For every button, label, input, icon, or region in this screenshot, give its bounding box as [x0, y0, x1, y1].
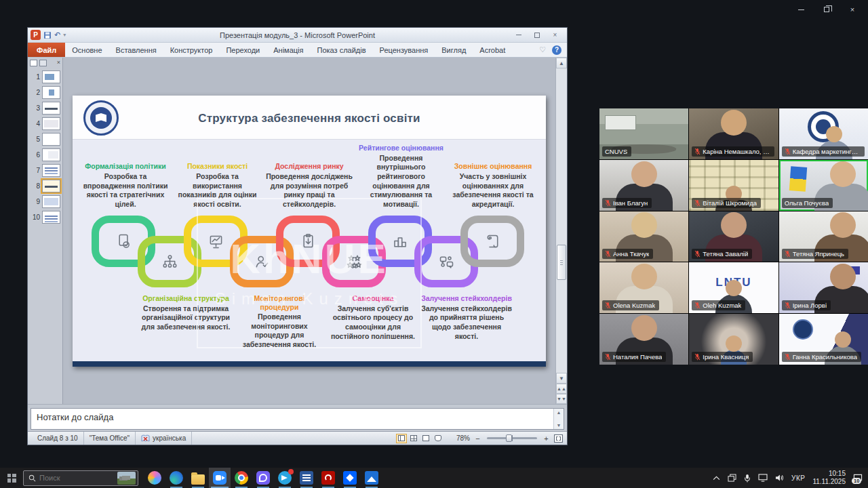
slide-thumbnail-5[interactable]: 5 — [30, 133, 60, 146]
slide-sorter-view-button[interactable] — [408, 434, 419, 443]
taskbar-acrobat-button[interactable] — [317, 468, 339, 488]
tray-expand-button[interactable] — [713, 476, 720, 481]
slide-thumbnail-8-selected[interactable]: 8 — [30, 180, 60, 192]
ppt-maximize-button[interactable] — [528, 30, 546, 41]
video-tile-tetiana-z[interactable]: Тетяна Завалій — [689, 211, 778, 262]
zoom-restore-button[interactable] — [819, 4, 834, 15]
zoom-slider-thumb[interactable] — [506, 434, 512, 442]
video-tile-natalia[interactable]: Наталия Пачева — [599, 314, 688, 365]
slide-thumbnail-4[interactable]: 4 — [30, 117, 60, 130]
outline-tab-icon[interactable] — [39, 60, 47, 66]
zoom-level[interactable]: 78% — [450, 434, 470, 442]
search-highlight-image[interactable] — [117, 472, 136, 485]
scrollbar-track[interactable] — [556, 68, 567, 373]
video-tile-iryna-l[interactable]: Ірина Лорві — [779, 262, 868, 313]
scrollbar-thumb[interactable] — [557, 245, 566, 280]
ribbon-tab-design[interactable]: Конструктор — [163, 43, 220, 57]
notification-center-button[interactable]: 10 — [853, 474, 863, 483]
zoom-close-button[interactable]: × — [845, 4, 860, 15]
taskbar-dropbox-button[interactable] — [339, 468, 361, 488]
taskbar-viber-button[interactable] — [252, 468, 274, 488]
language-switcher[interactable]: УКР — [791, 474, 805, 482]
taskbar-search[interactable] — [23, 470, 138, 486]
taskbar-edge-button[interactable] — [165, 468, 187, 488]
heart-icon[interactable]: ♡ — [539, 45, 546, 54]
notes-scroll-down-icon[interactable]: ▼ — [557, 423, 561, 428]
slide-number: 3 — [31, 104, 40, 112]
scroll-down-button[interactable]: ▼ — [556, 373, 567, 384]
previous-slide-button[interactable]: ▲▲ — [556, 384, 567, 394]
taskbar-zoom-button[interactable] — [209, 468, 231, 488]
taskbar-word-button[interactable] — [296, 468, 317, 488]
video-tile-marketing-dept[interactable]: Кафедра маркетингу ХНЕУ — [779, 108, 868, 159]
windows-stack-icon[interactable] — [728, 474, 736, 482]
ribbon-tab-insert[interactable]: Вставлення — [109, 43, 163, 57]
slideshow-view-button[interactable] — [433, 434, 443, 443]
video-tile-oleh[interactable]: LNTU Oleh Kuzmak — [689, 262, 778, 313]
block-text: Розробка та впровадження політики якості… — [82, 172, 169, 209]
video-tile-iryna-k[interactable]: Ірина Квасниця — [689, 314, 778, 365]
microphone-tray-icon[interactable] — [744, 474, 751, 483]
slide-thumbnail-7[interactable]: 7 — [30, 164, 60, 177]
slide-thumbnail-10[interactable]: 10 — [30, 211, 60, 224]
ribbon-tab-acrobat[interactable]: Acrobat — [473, 43, 512, 57]
taskbar-clock[interactable]: 10:15 11.11.2025 — [812, 470, 846, 486]
notes-pane[interactable]: Нотатки до слайда ▲▼ — [31, 408, 564, 430]
ppt-minimize-button[interactable] — [509, 30, 528, 41]
panel-close-icon[interactable]: × — [57, 60, 60, 66]
powerpoint-titlebar[interactable]: P ↶ ▾ Презентація модуль_3 - Microsoft P… — [28, 28, 567, 43]
taskbar-photos-button[interactable] — [361, 468, 382, 488]
video-tile-olena[interactable]: Olena Kuzmak — [599, 262, 688, 313]
reading-view-button[interactable] — [420, 434, 431, 443]
fit-to-window-button[interactable] — [554, 434, 563, 443]
zoom-out-button[interactable]: − — [473, 434, 482, 443]
ppt-close-button[interactable]: × — [546, 30, 564, 41]
video-tile-olha-active-speaker[interactable]: Ольга Почуєва — [779, 160, 868, 211]
notes-scrollbar[interactable]: ▲▼ — [553, 409, 564, 429]
slide-thumbnail-9[interactable]: 9 — [30, 195, 60, 208]
video-tile-karina[interactable]: Каріна Немашкало, ХНЕУ ім. С... — [689, 108, 778, 159]
ribbon-tab-slideshow[interactable]: Показ слайдів — [310, 43, 372, 57]
video-tile-vitalii[interactable]: Віталій Шкромида — [689, 160, 778, 211]
zoom-minimize-button[interactable] — [793, 4, 808, 15]
slide-canvas[interactable]: Структура забезпечення якості освіти Фор… — [73, 96, 546, 367]
slide-thumbnail-3[interactable]: 3 — [30, 102, 60, 115]
speaker-icon[interactable] — [775, 474, 784, 482]
slide-thumbnail-1[interactable]: 1 — [30, 70, 60, 83]
notes-scroll-up-icon[interactable]: ▲ — [557, 410, 561, 415]
save-icon[interactable] — [43, 31, 52, 39]
taskbar-copilot-button[interactable] — [144, 468, 165, 488]
video-tile-hanna[interactable]: Ганна Красильникова — [779, 314, 868, 365]
powerpoint-app-icon[interactable]: P — [31, 30, 41, 40]
start-button[interactable] — [0, 468, 23, 488]
taskbar-chrome-button[interactable] — [231, 468, 252, 488]
ribbon-tab-file[interactable]: Файл — [28, 43, 65, 57]
qat-dropdown-icon[interactable]: ▾ — [63, 33, 66, 38]
ribbon-tab-review[interactable]: Рецензування — [373, 43, 435, 57]
video-tile-tetiana-y[interactable]: Тетяна Япринець — [779, 211, 868, 262]
help-icon[interactable]: ? — [552, 45, 561, 55]
language-indicator[interactable]: українська — [153, 434, 186, 442]
search-input[interactable] — [39, 474, 98, 482]
spellcheck-segment[interactable]: українська — [136, 432, 192, 445]
display-network-icon[interactable] — [758, 474, 768, 482]
slide-canvas-region[interactable]: Структура забезпечення якості освіти Фор… — [63, 58, 555, 404]
ribbon-tab-animations[interactable]: Анімація — [267, 43, 310, 57]
slides-tab-icon[interactable] — [30, 60, 37, 66]
undo-icon[interactable]: ↶ — [54, 31, 60, 39]
taskbar-explorer-button[interactable] — [187, 468, 209, 488]
scroll-up-button[interactable]: ▲ — [556, 58, 567, 68]
next-slide-button[interactable]: ▼▼ — [556, 394, 567, 404]
ribbon-tab-view[interactable]: Вигляд — [435, 43, 473, 57]
ribbon-tab-transitions[interactable]: Переходи — [219, 43, 267, 57]
zoom-in-button[interactable]: + — [542, 434, 551, 443]
ribbon-tab-home[interactable]: Основне — [65, 43, 108, 57]
video-tile-anna[interactable]: Анна Ткачук — [599, 211, 688, 262]
video-tile-cnuvs[interactable]: CNUVS — [599, 108, 688, 159]
taskbar-telegram-button[interactable] — [274, 468, 296, 488]
slide-thumbnail-2[interactable]: 2 — [30, 86, 60, 99]
zoom-slider[interactable] — [487, 437, 537, 439]
video-tile-ivan[interactable]: Іван Благун — [599, 160, 688, 211]
slide-thumbnail-6[interactable]: 6 — [30, 148, 60, 161]
normal-view-button[interactable] — [396, 434, 407, 443]
